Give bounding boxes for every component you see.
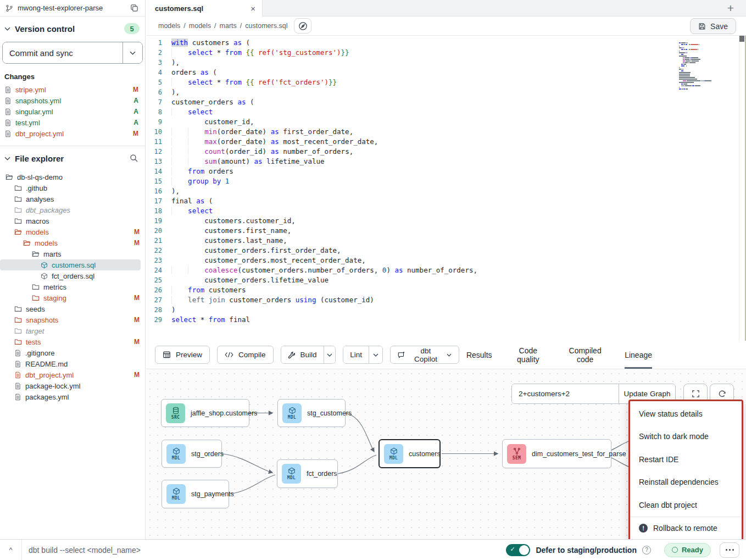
check-icon: ✓ — [510, 546, 515, 553]
status-badge[interactable]: Ready — [664, 543, 711, 557]
version-control-title: Version control — [15, 24, 120, 34]
tree-item-snapshots[interactable]: snapshotsM — [0, 314, 145, 325]
changed-file-row[interactable]: dbt_project.ymlM — [0, 128, 145, 139]
tree-item-customers-sql[interactable]: customers.sql — [0, 259, 141, 270]
minimap[interactable] — [679, 42, 714, 90]
ide-options-menu: View status detailsSwitch to dark modeRe… — [628, 400, 743, 539]
tree-item--gitignore[interactable]: .gitignore — [0, 347, 145, 358]
tab-code-quality[interactable]: Code quality — [511, 341, 545, 369]
tree-item-fct-orders-sql[interactable]: fct_orders.sql — [0, 270, 145, 281]
lineage-node-stg-orders[interactable]: MDLstg_orders — [162, 440, 222, 468]
tab-results[interactable]: Results — [466, 341, 492, 369]
tree-item-db-sl-qs-demo[interactable]: db-sl-qs-demo — [0, 171, 145, 182]
preview-button[interactable]: Preview — [155, 346, 210, 364]
save-button[interactable]: Save — [690, 18, 736, 34]
code-line: 5 select * from {{ ref('fct_orders')}} — [146, 77, 746, 87]
tree-item--github[interactable]: .github — [0, 182, 145, 193]
defer-toggle[interactable]: ✓ — [506, 544, 530, 556]
code-text: customer_orders as ( — [171, 97, 254, 107]
tree-item-analyses[interactable]: analyses — [0, 193, 145, 204]
code-line: 24 coalesce(customer_orders.number_of_or… — [146, 265, 746, 275]
lineage-node-customers[interactable]: MDLcustomers — [378, 439, 441, 468]
tree-item-dbt-project-yml[interactable]: dbt_project.ymlM — [0, 369, 145, 380]
open-in-explorer-button[interactable] — [294, 18, 311, 34]
commit-and-sync-button[interactable]: Commit and sync — [3, 42, 123, 63]
compile-button[interactable]: Compile — [217, 346, 274, 364]
menu-item-reinstall-dependencies[interactable]: Reinstall dependencies — [630, 471, 742, 494]
lineage-canvas[interactable]: SRCjaffle_shop.customersMDLstg_customers… — [146, 370, 746, 539]
tree-item-models[interactable]: modelsM — [0, 237, 145, 248]
tree-item-seeds[interactable]: seeds — [0, 303, 145, 314]
close-tab-button[interactable]: × — [250, 4, 255, 13]
breadcrumb-item[interactable]: models — [189, 22, 211, 30]
dbt-copilot-button[interactable]: dbt Copilot — [390, 346, 459, 364]
chevron-down-icon[interactable] — [4, 157, 10, 160]
tree-item-target[interactable]: target — [0, 325, 145, 336]
tab-compiled-code[interactable]: Compiled code — [564, 341, 606, 369]
expand-command-bar-button[interactable]: ^ — [0, 540, 22, 560]
help-icon[interactable]: ? — [642, 546, 651, 555]
line-number: 26 — [146, 285, 171, 295]
lineage-node-stg-customers[interactable]: MDLstg_customers — [277, 399, 346, 427]
changed-file-row[interactable]: snapshots.ymlA — [0, 95, 145, 106]
menu-item-restart-ide[interactable]: Restart IDE — [630, 448, 742, 471]
lineage-node-stg-payments[interactable]: MDLstg_payments — [162, 480, 229, 508]
menu-item-rollback-to-remote[interactable]: !Rollback to remote — [630, 517, 742, 540]
build-options-button[interactable] — [324, 346, 336, 363]
lineage-node-dim-customers-test-for-parse[interactable]: SEMdim_customers_test_for_parse — [502, 439, 611, 468]
defer-label: Defer to staging/production — [536, 546, 637, 555]
changed-file-row[interactable]: test.ymlA — [0, 117, 145, 128]
tree-item-package-lock-yml[interactable]: package-lock.yml — [0, 380, 145, 391]
menu-item-switch-to-dark-mode[interactable]: Switch to dark mode — [630, 425, 742, 448]
minimap-line — [679, 49, 714, 50]
tree-item-dbt-packages[interactable]: dbt_packages — [0, 204, 145, 215]
copilot-label: dbt Copilot — [410, 347, 442, 363]
tree-item-label: target — [26, 327, 44, 335]
change-status-badge: M — [134, 338, 140, 346]
lint-options-button[interactable] — [369, 346, 382, 363]
new-tab-button[interactable]: + — [727, 0, 734, 16]
folder-icon — [14, 338, 22, 346]
tree-item-marts[interactable]: marts — [0, 248, 145, 259]
editor-scrollbar[interactable] — [739, 36, 744, 42]
more-options-button[interactable] — [720, 542, 739, 558]
tab-customers-sql[interactable]: customers.sql × — [146, 0, 263, 16]
tree-item-readme-md[interactable]: README.md — [0, 358, 145, 369]
folder-icon — [14, 327, 22, 335]
tree-item-tests[interactable]: testsM — [0, 336, 145, 347]
lineage-selector-input[interactable] — [512, 384, 619, 403]
changed-file-row[interactable]: stripe.ymlM — [0, 84, 145, 95]
code-editor[interactable]: 1with customers as (2 select * from {{ r… — [146, 36, 746, 341]
copy-branch-button[interactable] — [129, 3, 140, 13]
menu-item-view-status-details[interactable]: View status details — [630, 402, 742, 425]
folder-icon — [14, 195, 22, 203]
build-button[interactable]: Build — [281, 346, 324, 363]
tree-item-macros[interactable]: macros — [0, 215, 145, 226]
code-text: select — [171, 107, 213, 117]
tree-item-models[interactable]: modelsM — [0, 226, 145, 237]
menu-item-clean-dbt-project[interactable]: Clean dbt project — [630, 494, 742, 517]
lineage-node-fct-orders[interactable]: MDLfct_orders — [277, 459, 338, 488]
commit-options-button[interactable] — [123, 42, 142, 63]
chevron-down-icon[interactable] — [4, 27, 10, 31]
code-text: from orders — [171, 167, 233, 176]
line-number: 9 — [146, 117, 171, 127]
breadcrumb-item[interactable]: models — [158, 22, 180, 30]
code-text: customer_id, — [171, 117, 254, 127]
breadcrumb-item[interactable]: customers.sql — [245, 22, 287, 30]
tree-item-metrics[interactable]: metrics — [0, 281, 145, 292]
breadcrumb-item[interactable]: marts — [220, 22, 237, 30]
lint-button[interactable]: Lint — [343, 346, 369, 363]
tree-item-packages-yml[interactable]: packages.yml — [0, 391, 145, 402]
command-placeholder[interactable]: dbt build --select <model_name> — [29, 546, 141, 555]
file-search-button[interactable] — [129, 153, 140, 164]
lineage-node-jaffle-shop-customers[interactable]: SRCjaffle_shop.customers — [161, 399, 249, 427]
line-number: 22 — [146, 246, 171, 256]
tree-item-staging[interactable]: stagingM — [0, 292, 145, 303]
changed-file-row[interactable]: singular.ymlA — [0, 106, 145, 117]
tree-item-label: packages.yml — [25, 393, 69, 401]
line-number: 28 — [146, 305, 171, 315]
tab-lineage[interactable]: Lineage — [625, 341, 652, 369]
status-bar: ^ dbt build --select <model_name> ✓ Defe… — [0, 539, 746, 560]
tree-item-label: analyses — [26, 195, 54, 203]
